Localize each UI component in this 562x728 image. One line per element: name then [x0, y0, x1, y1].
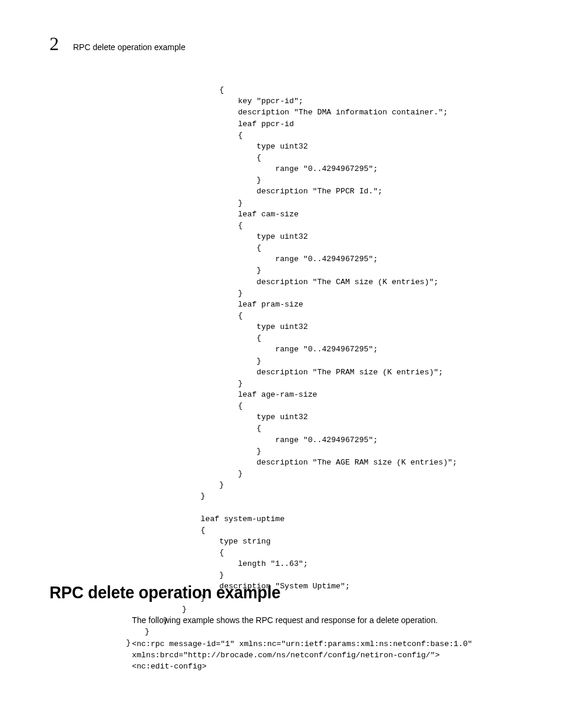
section-heading: RPC delete operation example	[49, 582, 280, 602]
section-intro-paragraph: The following example shows the RPC requ…	[132, 615, 438, 625]
running-head: RPC delete operation example	[73, 42, 186, 52]
yang-code-block: { key "ppcr-id"; description "The DMA in…	[126, 84, 457, 648]
chapter-number: 2	[49, 33, 59, 55]
rpc-xml-code-block: <nc:rpc message-id="1" xmlns:nc="urn:iet…	[132, 638, 477, 672]
page-header: 2 RPC delete operation example	[0, 33, 562, 55]
